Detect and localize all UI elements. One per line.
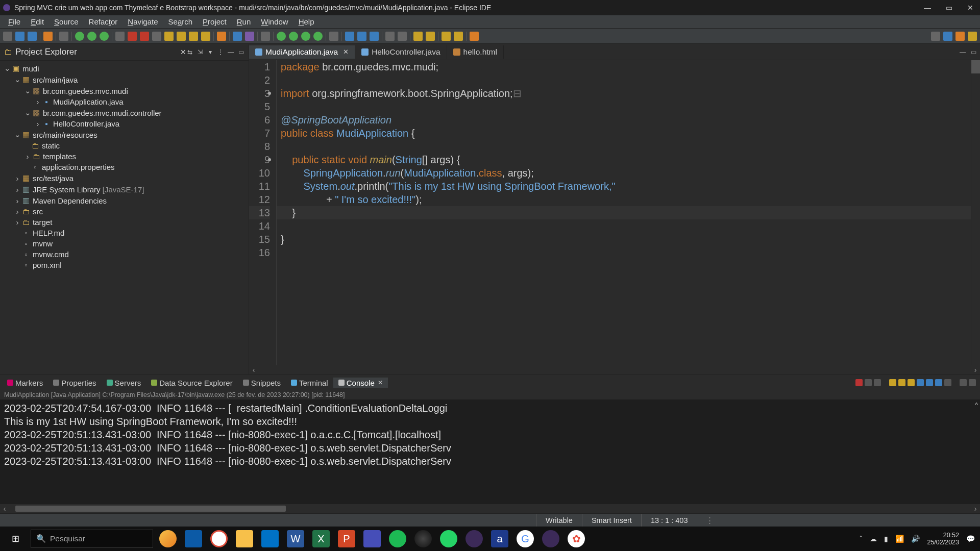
project-tree[interactable]: ⌄▣mudi ⌄▦src/main/java ⌄▩br.com.guedes.m…	[0, 61, 249, 374]
tree-src-test-java[interactable]: src/test/java	[33, 174, 74, 183]
tab-servers[interactable]: Servers	[102, 378, 146, 388]
tab-console[interactable]: Console✕	[333, 378, 388, 388]
editor-vertical-scrollbar[interactable]	[971, 60, 980, 365]
tree-target[interactable]: target	[33, 218, 52, 227]
menu-window[interactable]: Window	[256, 16, 293, 27]
open-console-icon[interactable]	[935, 379, 942, 386]
menu-file[interactable]: File	[3, 16, 26, 27]
twisty-collapsed-icon[interactable]: ›	[13, 196, 21, 205]
back-icon[interactable]	[413, 32, 423, 41]
scroll-left-icon[interactable]: ‹	[0, 505, 9, 513]
twisty-expanded-icon[interactable]: ⌄	[23, 86, 32, 95]
twisty-collapsed-icon[interactable]: ›	[34, 97, 42, 106]
save-icon[interactable]	[15, 32, 24, 41]
save-all-icon[interactable]	[28, 32, 37, 41]
tab-mudiapplication[interactable]: MudiApplication.java✕	[249, 45, 355, 59]
tray-chevron-icon[interactable]: ˄	[859, 535, 863, 543]
filter-icon[interactable]: ▾	[207, 48, 214, 56]
tree-src-main-resources[interactable]: src/main/resources	[33, 131, 97, 139]
clear-console-icon[interactable]	[889, 379, 896, 386]
open-type-icon[interactable]	[261, 32, 270, 41]
tab-properties[interactable]: Properties	[48, 378, 101, 388]
scroll-left-icon[interactable]: ‹	[249, 366, 258, 374]
new-plugin-icon[interactable]	[277, 32, 286, 41]
window-close-button[interactable]: ✕	[967, 4, 974, 11]
next-annotation-icon[interactable]	[398, 32, 407, 41]
step-over-icon[interactable]	[177, 32, 186, 41]
quick-access-icon[interactable]	[931, 32, 940, 41]
run-icon[interactable]	[87, 32, 96, 41]
taskbar-app-generic[interactable]: a	[491, 530, 508, 547]
tab-data-source-explorer[interactable]: Data Source Explorer	[146, 378, 237, 388]
tab-snippets[interactable]: Snippets	[238, 378, 286, 388]
terminate-button-icon[interactable]	[855, 379, 863, 386]
word-wrap-icon[interactable]	[908, 379, 915, 386]
tree-package-controller[interactable]: br.com.guedes.mvc.mudi.controller	[43, 109, 162, 117]
new-file-icon[interactable]	[301, 32, 310, 41]
taskbar-app-google[interactable]: G	[517, 530, 534, 547]
resume-icon[interactable]	[115, 32, 125, 41]
perspective-debug-icon[interactable]	[955, 32, 965, 41]
taskbar-app-powerpoint[interactable]: P	[338, 530, 355, 547]
taskbar-app-edge[interactable]	[185, 530, 202, 547]
pin-console-icon[interactable]	[917, 379, 924, 386]
console-horizontal-scrollbar[interactable]: ‹ ›	[0, 504, 980, 513]
forward-icon[interactable]	[426, 32, 435, 41]
disconnect-icon[interactable]	[152, 32, 161, 41]
tree-jre[interactable]: JRE System Library [JavaSE-17]	[33, 185, 144, 194]
tree-mvnw[interactable]: mvnw	[33, 239, 53, 248]
project-explorer-close-icon[interactable]: ✕	[180, 48, 186, 56]
toggle-mark-icon[interactable]	[345, 32, 354, 41]
taskbar-app-assistant[interactable]	[159, 530, 177, 547]
twisty-collapsed-icon[interactable]: ›	[13, 174, 21, 183]
tree-project[interactable]: mudi	[22, 64, 39, 73]
tree-static[interactable]: static	[42, 141, 60, 150]
show-whitespace-icon[interactable]	[370, 32, 379, 41]
search-tool-icon[interactable]	[329, 32, 338, 41]
tab-markers[interactable]: Markers	[2, 378, 48, 388]
window-maximize-button[interactable]: ▭	[945, 4, 952, 11]
tree-mudiapplication[interactable]: MudiApplication.java	[53, 97, 124, 106]
debug-icon[interactable]	[75, 32, 84, 41]
new-resource-icon[interactable]	[289, 32, 298, 41]
minimize-bottom-icon[interactable]	[960, 379, 967, 386]
menu-run[interactable]: Run	[232, 16, 256, 27]
maximize-bottom-icon[interactable]	[969, 379, 976, 386]
menu-refactor[interactable]: Refactor	[84, 16, 123, 27]
scroll-lock-icon[interactable]	[898, 379, 905, 386]
console-output[interactable]: ˄2023-02-25T20:47:54.167-03:00 INFO 1164…	[0, 399, 980, 504]
taskbar-app-word[interactable]: W	[287, 530, 304, 547]
tab-hellocontroller[interactable]: HelloController.java	[355, 45, 447, 59]
collapse-all-icon[interactable]: ⇲	[197, 48, 204, 56]
status-overflow-icon[interactable]: ⋮	[697, 516, 724, 524]
tray-notifications-icon[interactable]: 💬	[966, 535, 975, 543]
tool-icon[interactable]	[59, 32, 68, 41]
start-button[interactable]: ⊞	[0, 533, 31, 544]
taskbar-app-eclipse-active[interactable]	[542, 530, 559, 547]
tray-battery-icon[interactable]: ▮	[884, 535, 888, 543]
display-selected-icon[interactable]	[926, 379, 933, 386]
menu-search[interactable]: Search	[163, 16, 198, 27]
new-pkg-icon[interactable]	[233, 32, 242, 41]
maximize-panel-icon[interactable]: ▭	[237, 48, 244, 56]
twisty-collapsed-icon[interactable]: ›	[13, 185, 21, 194]
taskbar-app-teams[interactable]	[363, 530, 381, 547]
remove-launch-icon[interactable]	[865, 379, 872, 386]
console-menu-icon[interactable]	[944, 379, 951, 386]
next-edit-icon[interactable]	[454, 32, 463, 41]
new-folder-icon[interactable]	[313, 32, 323, 41]
scroll-right-icon[interactable]: ›	[971, 366, 980, 374]
taskbar-app-chrome[interactable]	[210, 530, 228, 547]
prev-annotation-icon[interactable]	[385, 32, 395, 41]
taskbar-app-spotify[interactable]	[389, 530, 406, 547]
tree-templates[interactable]: templates	[43, 152, 76, 161]
twisty-expanded-icon[interactable]: ⌄	[13, 75, 21, 84]
window-minimize-button[interactable]: —	[924, 4, 931, 11]
menu-edit[interactable]: Edit	[26, 16, 49, 27]
menu-source[interactable]: Source	[49, 16, 84, 27]
code-content[interactable]: package br.com.guedes.mvc.mudi; import o…	[277, 60, 971, 365]
taskbar-clock[interactable]: 20:52 25/02/2023	[927, 532, 959, 546]
remove-all-icon[interactable]	[874, 379, 881, 386]
perspective-other-icon[interactable]	[968, 32, 977, 41]
twisty-collapsed-icon[interactable]: ›	[23, 152, 32, 161]
